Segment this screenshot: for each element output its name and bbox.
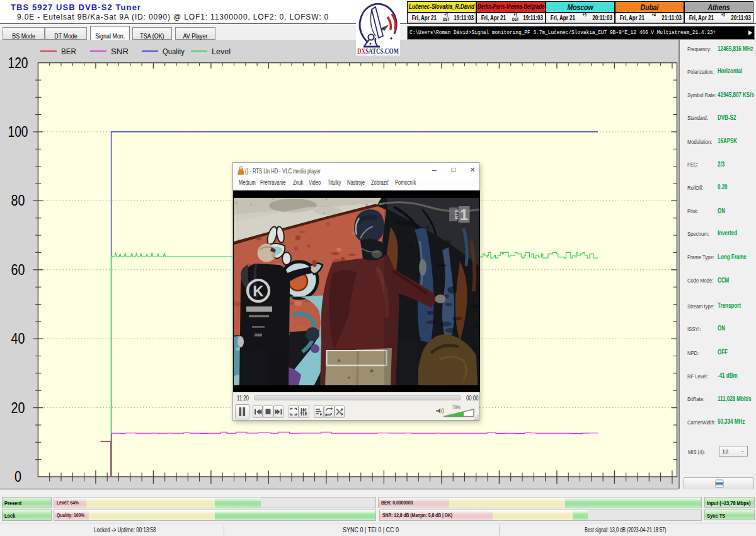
svg-text:100: 100 xyxy=(8,124,28,140)
svg-text:0: 0 xyxy=(14,469,21,485)
svg-text:20: 20 xyxy=(11,400,25,416)
svg-text:60: 60 xyxy=(11,262,25,278)
svg-text:Quality: Quality xyxy=(163,47,185,56)
svg-text:120: 120 xyxy=(8,55,28,71)
svg-text:78%: 78% xyxy=(452,404,461,411)
svg-text:DXSATCS.COM: DXSATCS.COM xyxy=(357,47,399,55)
svg-text:SNR: SNR xyxy=(111,47,129,56)
svg-text:80: 80 xyxy=(11,192,25,209)
svg-text:40: 40 xyxy=(11,330,25,347)
svg-text:Level: Level xyxy=(212,47,231,56)
svg-text:BER: BER xyxy=(61,47,76,56)
